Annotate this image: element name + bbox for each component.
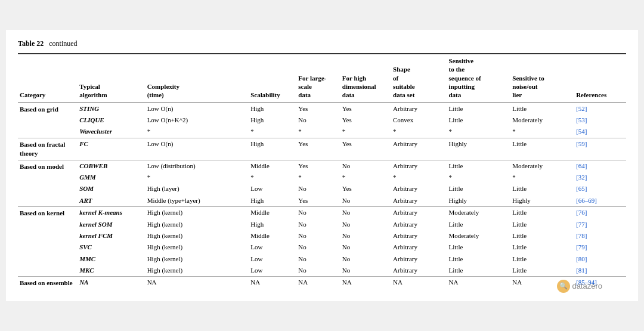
algo-cell: ART [78, 195, 145, 207]
high-dim-cell: Yes [340, 103, 391, 115]
high-dim-cell: NA [340, 277, 391, 289]
large-scale-cell: No [296, 230, 340, 242]
shape-cell: Arbitrary [391, 195, 447, 207]
sensitive-noise-cell: Little [510, 183, 574, 194]
algo-cell: kernel K-means [78, 207, 145, 219]
complexity-cell: High (layer) [145, 183, 249, 194]
col-large-scale: For large-scaledata [296, 54, 340, 103]
high-dim-cell: No [340, 242, 391, 253]
ref-link[interactable]: [76] [576, 209, 587, 216]
watermark-logo: 🔍 [557, 280, 570, 293]
high-dim-cell: No [340, 207, 391, 219]
table-row: GMM*******[32] [18, 172, 626, 183]
complexity-cell: High (kernel) [145, 207, 249, 219]
high-dim-cell: * [340, 126, 391, 138]
high-dim-cell: No [340, 253, 391, 265]
large-scale-cell: Yes [296, 138, 340, 160]
table-row: SVCHigh (kernel)LowNoNoArbitraryLittleLi… [18, 242, 626, 253]
sensitive-seq-cell: Little [447, 115, 511, 126]
refs-cell: [32] [574, 172, 626, 183]
sensitive-seq-cell: Highly [447, 195, 511, 207]
ref-link[interactable]: [66–69] [576, 197, 597, 204]
ref-link[interactable]: [78] [576, 232, 587, 239]
refs-cell: [64] [574, 160, 626, 172]
ref-link[interactable]: [64] [576, 162, 587, 169]
table-row: ARTMiddle (type+layer)HighYesNoArbitrary… [18, 195, 626, 207]
col-algorithm: Typicalalgorithm [78, 54, 145, 103]
high-dim-cell: No [340, 160, 391, 172]
refs-cell: [66–69] [574, 195, 626, 207]
watermark: 🔍 datazero [557, 280, 602, 293]
high-dim-cell: Yes [340, 183, 391, 194]
large-scale-cell: No [296, 219, 340, 230]
algo-cell: STING [78, 103, 145, 115]
ref-link[interactable]: [53] [576, 116, 587, 123]
scalability-cell: Middle [249, 230, 296, 242]
table-row: Based on modelCOBWEBLow (distribution)Mi… [18, 160, 626, 172]
refs-cell: [81] [574, 265, 626, 277]
scalability-cell: * [249, 172, 296, 183]
refs-cell: [77] [574, 219, 626, 230]
col-sensitive-noise: Sensitive tonoise/outlier [510, 54, 574, 103]
shape-cell: Arbitrary [391, 183, 447, 194]
sensitive-noise-cell: Little [510, 242, 574, 253]
sensitive-noise-cell: Little [510, 265, 574, 277]
shape-cell: Arbitrary [391, 160, 447, 172]
sensitive-seq-cell: Little [447, 103, 511, 115]
ref-link[interactable]: [52] [576, 105, 587, 112]
algo-cell: kernel FCM [78, 230, 145, 242]
algo-cell: Wavecluster [78, 126, 145, 138]
ref-link[interactable]: [77] [576, 221, 587, 228]
sensitive-noise-cell: Little [510, 138, 574, 160]
large-scale-cell: No [296, 242, 340, 253]
col-sensitive-seq: Sensitiveto thesequence ofinputtingdata [447, 54, 511, 103]
algo-cell: SOM [78, 183, 145, 194]
shape-cell: NA [391, 277, 447, 289]
refs-cell: [80] [574, 253, 626, 265]
sensitive-seq-cell: Little [447, 160, 511, 172]
sensitive-seq-cell: Little [447, 265, 511, 277]
table-number: Table 22 [18, 39, 44, 48]
sensitive-seq-cell: * [447, 126, 511, 138]
algo-cell: FC [78, 138, 145, 160]
col-complexity: Complexity(time) [145, 54, 249, 103]
large-scale-cell: NA [296, 277, 340, 289]
sensitive-noise-cell: * [510, 172, 574, 183]
shape-cell: * [391, 126, 447, 138]
shape-cell: Arbitrary [391, 219, 447, 230]
ref-link[interactable]: [59] [576, 140, 587, 147]
col-category: Category [18, 54, 78, 103]
high-dim-cell: Yes [340, 138, 391, 160]
ref-link[interactable]: [54] [576, 128, 587, 135]
refs-cell: [65] [574, 183, 626, 194]
ref-link[interactable]: [80] [576, 255, 587, 262]
refs-cell: [76] [574, 207, 626, 219]
table-row: Based on ensembleNANANANANANANANA[85–94] [18, 277, 626, 289]
algo-cell: CLIQUE [78, 115, 145, 126]
sensitive-seq-cell: Little [447, 219, 511, 230]
algo-cell: MMC [78, 253, 145, 265]
ref-link[interactable]: [79] [576, 243, 587, 250]
category-cell: Based on ensemble [18, 277, 78, 289]
sensitive-noise-cell: Moderately [510, 115, 574, 126]
category-cell: Based on model [18, 160, 78, 207]
scalability-cell: Middle [249, 207, 296, 219]
sensitive-noise-cell: Little [510, 103, 574, 115]
complexity-cell: * [145, 172, 249, 183]
high-dim-cell: Yes [340, 115, 391, 126]
table-row: MMCHigh (kernel)LowNoNoArbitraryLittleLi… [18, 253, 626, 265]
col-shape: Shapeofsuitabledata set [391, 54, 447, 103]
large-scale-cell: No [296, 253, 340, 265]
complexity-cell: High (kernel) [145, 265, 249, 277]
ref-link[interactable]: [81] [576, 267, 587, 274]
page-container: Table 22 continued Category Typicalalgor… [6, 30, 638, 301]
algo-cell: MKC [78, 265, 145, 277]
algo-cell: COBWEB [78, 160, 145, 172]
ref-link[interactable]: [32] [576, 174, 587, 181]
high-dim-cell: * [340, 172, 391, 183]
complexity-cell: NA [145, 277, 249, 289]
scalability-cell: High [249, 103, 296, 115]
ref-link[interactable]: [65] [576, 185, 587, 192]
table-row: MKCHigh (kernel)LowNoNoArbitraryLittleLi… [18, 265, 626, 277]
large-scale-cell: * [296, 126, 340, 138]
